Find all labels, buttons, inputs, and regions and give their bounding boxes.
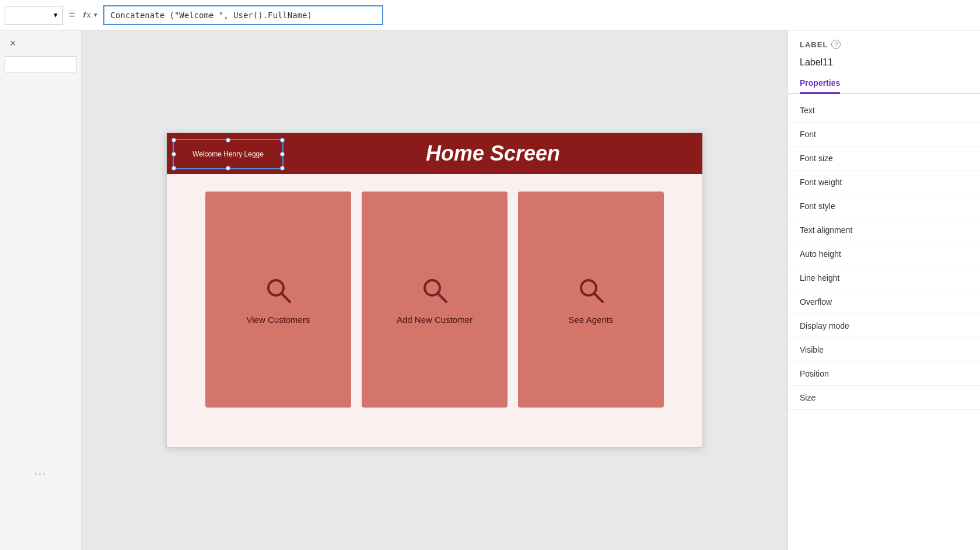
- name-box-chevron: ▾: [54, 11, 58, 19]
- prop-font-weight[interactable]: Font weight: [788, 170, 980, 194]
- handle-bot-right[interactable]: [280, 166, 285, 170]
- properties-list: Text Font Font size Font weight Font sty…: [788, 94, 980, 415]
- prop-text-label: Text: [800, 106, 815, 115]
- prop-position[interactable]: Position: [788, 362, 980, 386]
- fx-button[interactable]: f x ▾: [81, 11, 100, 19]
- card-see-agents[interactable]: See Agents: [518, 192, 664, 408]
- prop-font-label: Font: [800, 130, 816, 139]
- tab-properties-label: Properties: [800, 78, 840, 88]
- prop-font-style-label: Font style: [800, 201, 835, 211]
- help-icon: ?: [834, 41, 838, 48]
- fx-x: x: [87, 11, 91, 19]
- handle-bot-mid[interactable]: [226, 166, 230, 170]
- cards-container: View Customers Add New Customer See Agen…: [167, 174, 702, 425]
- prop-text-alignment[interactable]: Text alignment: [788, 218, 980, 242]
- dots-icon: ···: [34, 468, 47, 479]
- prop-size[interactable]: Size: [788, 386, 980, 410]
- search-icon-2: [419, 275, 450, 305]
- panel-tabs: Properties: [788, 74, 980, 94]
- prop-text[interactable]: Text: [788, 99, 980, 123]
- prop-text-alignment-label: Text alignment: [800, 225, 852, 235]
- fx-label: f: [83, 11, 86, 19]
- prop-overflow[interactable]: Overflow: [788, 290, 980, 314]
- prop-overflow-label: Overflow: [800, 297, 832, 307]
- sidebar-search-input[interactable]: [5, 56, 76, 72]
- control-name: Label11: [788, 54, 980, 71]
- canvas-area: Welcome Henry Legge Home Screen View Cus…: [82, 30, 788, 550]
- handle-top-right[interactable]: [280, 138, 285, 142]
- prop-position-label: Position: [800, 369, 829, 378]
- app-header: Welcome Henry Legge Home Screen: [167, 133, 702, 174]
- name-box[interactable]: ▾: [5, 6, 63, 25]
- welcome-text-display: Welcome Henry Legge: [192, 150, 264, 158]
- card-label-2: Add New Customer: [397, 315, 473, 325]
- left-sidebar: × ···: [0, 30, 82, 550]
- fx-chevron: ▾: [94, 11, 97, 19]
- panel-label-row: LABEL ?: [788, 30, 980, 54]
- prop-size-label: Size: [800, 393, 816, 402]
- close-button[interactable]: ×: [5, 35, 21, 51]
- help-button[interactable]: ?: [831, 40, 841, 49]
- prop-display-mode-label: Display mode: [800, 321, 849, 330]
- prop-auto-height-label: Auto height: [800, 249, 841, 259]
- panel-section-label: LABEL: [800, 40, 828, 49]
- prop-display-mode[interactable]: Display mode: [788, 314, 980, 338]
- right-panel: LABEL ? Label11 Properties Text Font Fon…: [788, 30, 980, 550]
- card-add-customer[interactable]: Add New Customer: [362, 192, 508, 408]
- tab-properties[interactable]: Properties: [800, 74, 840, 94]
- formula-input[interactable]: [103, 5, 383, 25]
- prop-font[interactable]: Font: [788, 123, 980, 147]
- prop-font-style[interactable]: Font style: [788, 194, 980, 218]
- prop-font-weight-label: Font weight: [800, 177, 842, 187]
- formula-bar: ▾ = f x ▾: [0, 0, 980, 30]
- prop-visible-label: Visible: [800, 345, 824, 354]
- handle-mid-left[interactable]: [172, 152, 176, 156]
- close-icon: ×: [10, 37, 16, 50]
- prop-visible[interactable]: Visible: [788, 338, 980, 362]
- handle-top-left[interactable]: [172, 138, 176, 142]
- prop-font-size[interactable]: Font size: [788, 147, 980, 170]
- handle-top-mid[interactable]: [226, 138, 230, 142]
- welcome-label[interactable]: Welcome Henry Legge: [173, 139, 284, 169]
- equals-symbol: =: [66, 9, 78, 21]
- svg-line-3: [438, 293, 446, 302]
- search-icon-3: [576, 275, 606, 305]
- prop-auto-height[interactable]: Auto height: [788, 242, 980, 266]
- sidebar-more-button[interactable]: ···: [34, 468, 47, 480]
- card-label-1: View Customers: [247, 315, 310, 325]
- svg-line-1: [281, 293, 290, 302]
- handle-bot-left[interactable]: [172, 166, 176, 170]
- prop-font-size-label: Font size: [800, 154, 833, 163]
- card-view-customers[interactable]: View Customers: [205, 192, 351, 408]
- handle-mid-right[interactable]: [280, 152, 285, 156]
- card-label-3: See Agents: [569, 315, 614, 325]
- app-frame: Welcome Henry Legge Home Screen View Cus…: [166, 133, 703, 448]
- svg-line-5: [594, 293, 603, 302]
- search-icon-1: [263, 275, 293, 305]
- prop-line-height-label: Line height: [800, 273, 840, 283]
- prop-line-height[interactable]: Line height: [788, 266, 980, 290]
